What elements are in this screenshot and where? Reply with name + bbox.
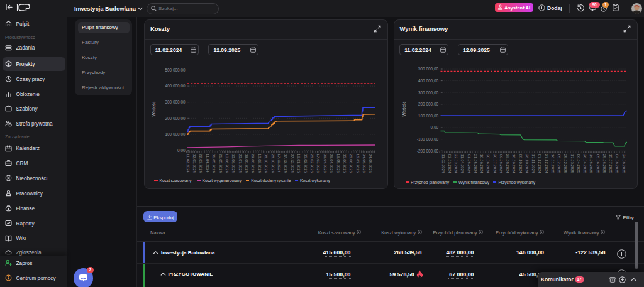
svg-text:28.10.2024: 28.10.2024	[271, 154, 275, 173]
svg-text:25.02.2025: 25.02.2025	[310, 154, 314, 173]
svg-text:17.11.2024: 17.11.2024	[277, 154, 281, 173]
svg-text:300 000,00: 300 000,00	[418, 90, 438, 95]
svg-text:27.12.2024: 27.12.2024	[291, 154, 294, 173]
svg-text:05.06.2025: 05.06.2025	[343, 154, 347, 173]
svg-text:27.12.2024: 27.12.2024	[544, 154, 548, 174]
svg-text:24.08.2025: 24.08.2025	[369, 154, 372, 173]
svg-text:500 000,00: 500 000,00	[165, 68, 186, 72]
svg-text:10.06.2024: 10.06.2024	[225, 154, 229, 173]
svg-text:22.03.2024: 22.03.2024	[199, 154, 203, 173]
svg-text:100 000,00: 100 000,00	[165, 132, 186, 136]
svg-text:05.06.2025: 05.06.2025	[596, 154, 599, 174]
svg-text:07.12.2024: 07.12.2024	[538, 154, 541, 174]
svg-text:-200 000,00: -200 000,00	[416, 149, 438, 153]
svg-text:15.07.2025: 15.07.2025	[609, 154, 613, 174]
svg-text:16.05.2025: 16.05.2025	[589, 154, 593, 174]
svg-text:0,00: 0,00	[430, 125, 438, 129]
svg-text:11.04.2024: 11.04.2024	[206, 154, 209, 173]
svg-text:20.07.2024: 20.07.2024	[238, 154, 242, 173]
svg-text:17.11.2024: 17.11.2024	[531, 154, 535, 173]
svg-text:15.07.2025: 15.07.2025	[356, 154, 360, 173]
svg-text:16.01.2025: 16.01.2025	[297, 154, 301, 173]
svg-text:05.02.2025: 05.02.2025	[304, 154, 308, 173]
svg-text:18.09.2024: 18.09.2024	[258, 154, 262, 173]
svg-text:25.06.2025: 25.06.2025	[602, 154, 606, 174]
svg-text:29.08.2024: 29.08.2024	[251, 154, 255, 173]
svg-text:08.10.2024: 08.10.2024	[518, 154, 522, 174]
svg-text:02.03.2024: 02.03.2024	[447, 154, 451, 174]
svg-text:200 000,00: 200 000,00	[165, 116, 186, 121]
svg-text:11.02.2024: 11.02.2024	[441, 154, 445, 173]
svg-text:10.06.2024: 10.06.2024	[480, 154, 484, 174]
svg-text:05.02.2025: 05.02.2025	[557, 154, 561, 174]
svg-text:16.05.2025: 16.05.2025	[336, 154, 340, 173]
svg-text:01.05.2024: 01.05.2024	[212, 154, 216, 173]
svg-text:400 000,00: 400 000,00	[418, 79, 438, 83]
svg-text:20.07.2024: 20.07.2024	[492, 154, 496, 174]
svg-text:02.03.2024: 02.03.2024	[192, 154, 196, 173]
svg-text:26.04.2025: 26.04.2025	[330, 154, 333, 173]
svg-text:16.01.2025: 16.01.2025	[550, 154, 554, 174]
svg-text:24.08.2025: 24.08.2025	[621, 154, 625, 174]
svg-text:04.08.2025: 04.08.2025	[615, 154, 619, 174]
svg-text:30.06.2024: 30.06.2024	[231, 154, 235, 173]
svg-text:29.08.2024: 29.08.2024	[506, 154, 509, 174]
svg-text:09.08.2024: 09.08.2024	[245, 154, 248, 173]
svg-text:100 000,00: 100 000,00	[418, 114, 438, 118]
svg-text:30.06.2024: 30.06.2024	[486, 154, 490, 174]
svg-text:04.08.2025: 04.08.2025	[362, 154, 366, 173]
svg-text:18.09.2024: 18.09.2024	[512, 154, 516, 174]
svg-text:17.03.2025: 17.03.2025	[570, 154, 574, 174]
svg-text:21.05.2024: 21.05.2024	[473, 154, 477, 174]
svg-text:400 000,00: 400 000,00	[165, 84, 186, 88]
svg-text:21.05.2024: 21.05.2024	[219, 154, 223, 173]
svg-text:300 000,00: 300 000,00	[165, 100, 186, 104]
svg-text:25.02.2025: 25.02.2025	[564, 154, 567, 174]
svg-text:25.06.2025: 25.06.2025	[349, 154, 353, 173]
svg-text:26.04.2025: 26.04.2025	[583, 154, 587, 174]
svg-text:11.02.2024: 11.02.2024	[186, 154, 190, 173]
svg-text:01.05.2024: 01.05.2024	[467, 154, 470, 174]
svg-text:0,00: 0,00	[177, 148, 186, 153]
svg-text:-100 000,00: -100 000,00	[416, 137, 438, 141]
svg-text:06.04.2025: 06.04.2025	[576, 154, 580, 174]
svg-text:500 000,00: 500 000,00	[418, 67, 438, 71]
svg-text:200 000,00: 200 000,00	[418, 102, 438, 106]
svg-text:28.10.2024: 28.10.2024	[525, 154, 528, 174]
svg-text:06.04.2025: 06.04.2025	[323, 154, 327, 173]
svg-text:17.03.2025: 17.03.2025	[316, 154, 320, 173]
svg-text:09.08.2024: 09.08.2024	[499, 154, 502, 174]
svg-text:11.04.2024: 11.04.2024	[460, 154, 464, 173]
svg-text:22.03.2024: 22.03.2024	[454, 154, 458, 174]
svg-text:08.10.2024: 08.10.2024	[264, 154, 268, 173]
svg-text:07.12.2024: 07.12.2024	[284, 154, 287, 173]
